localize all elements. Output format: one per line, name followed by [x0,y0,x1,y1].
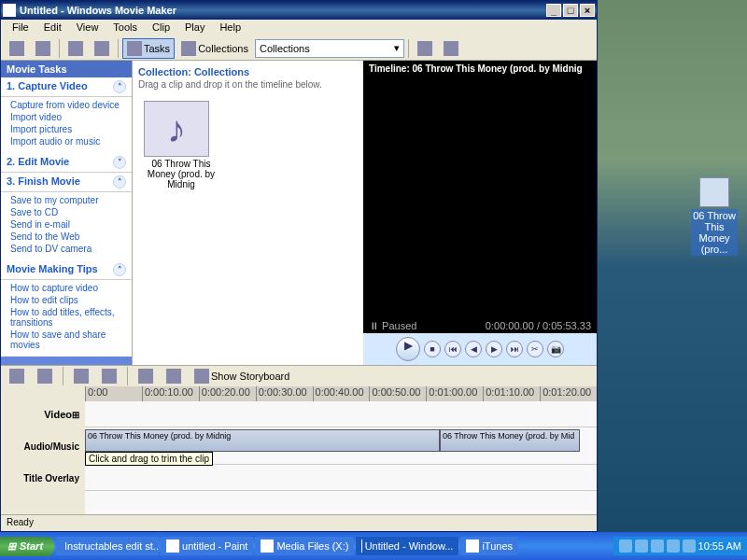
video-track[interactable] [85,401,597,427]
prev-button[interactable]: ⏮ [444,341,461,357]
start-button[interactable]: ⊞Start [0,537,54,556]
separator [59,39,60,58]
timeline-ruler[interactable]: 0:00 0:00:10.00 0:00:20.00 0:00:30.00 0:… [85,386,597,401]
menu-play[interactable]: Play [177,20,212,36]
menu-clip[interactable]: Clip [145,20,177,36]
tray-icon[interactable] [683,539,696,553]
toolbar-redo[interactable] [90,38,114,59]
audio-clip[interactable]: 06 Throw This Money (prod. by Mid [440,429,580,452]
mic-icon [9,369,24,384]
section-capture-video[interactable]: 1. Capture Video˄ [1,77,132,97]
video-track-label: Video ⊞ [1,401,85,427]
preview-pane: Timeline: 06 Throw This Money (prod. by … [363,61,597,365]
toolbar-tasks[interactable]: Tasks [122,38,175,59]
link-send-dv[interactable]: Send to DV camera [10,243,126,255]
toolbar-new[interactable] [5,38,29,59]
menu-tools[interactable]: Tools [106,20,145,36]
collection-pane: Collection: Collections Drag a clip and … [132,61,363,365]
maximize-button[interactable]: □ [563,4,578,17]
mp3-icon [699,177,729,207]
link-how-save[interactable]: How to save and share movies [10,329,126,351]
toolbar-view[interactable] [439,38,463,59]
app-icon [466,539,479,553]
toolbar-up[interactable] [413,38,437,59]
timeline-tracks[interactable]: 0:00 0:00:10.00 0:00:20.00 0:00:30.00 0:… [85,386,597,514]
stop-button[interactable]: ■ [424,341,441,357]
link-how-edit[interactable]: How to edit clips [10,294,126,306]
toolbar-save[interactable] [31,38,55,59]
title-track[interactable] [85,465,597,491]
collections-combo[interactable]: Collections▾ [255,39,404,58]
snapshot-button[interactable]: 📷 [547,341,564,357]
link-send-email[interactable]: Send in e-mail [10,218,126,231]
window-title: Untitled - Windows Movie Maker [20,5,544,16]
menu-edit[interactable]: Edit [36,20,69,36]
taskbar-task[interactable]: Media Files (X:) [255,537,354,555]
link-how-capture[interactable]: How to capture video [10,282,126,294]
zoom-out[interactable] [97,366,121,386]
toolbar-undo[interactable] [63,38,88,59]
menubar: File Edit View Tools Clip Play Help [1,20,597,36]
timeline-narrate[interactable] [5,366,29,386]
audio-clip-item[interactable]: ♪ 06 Throw This Money (prod. by Midnig [144,101,218,189]
menu-view[interactable]: View [69,20,106,36]
separator [118,39,119,58]
toolbar: Tasks Collections Collections▾ [1,36,597,61]
section-edit-movie[interactable]: 2. Edit Movie˅ [1,153,132,173]
split-button[interactable]: ✂ [527,341,543,357]
zoom-in-icon [74,369,89,384]
tray-icon[interactable] [667,539,680,553]
tray-icon[interactable] [619,539,632,553]
play-button[interactable]: ▶ [396,337,420,361]
timeline-area: Show Storyboard Video ⊞ Audio/Music Titl… [1,365,597,514]
task-pane: Movie Tasks 1. Capture Video˄ Capture fr… [1,61,132,365]
link-import-pictures[interactable]: Import pictures [10,123,126,135]
section-tips[interactable]: Movie Making Tips˄ [1,260,132,280]
system-tray[interactable]: 10:55 AM [613,537,747,555]
taskbar-task[interactable]: Untitled - Window... [356,537,458,555]
track-labels: Video ⊞ Audio/Music Title Overlay [1,386,85,514]
next-button[interactable]: ⏭ [506,341,523,357]
link-how-titles[interactable]: How to add titles, effects, transitions [10,306,126,329]
desktop-file-icon[interactable]: 06 Throw This Money (pro... [691,177,738,256]
rewind-button[interactable]: ◀ [465,341,482,357]
taskbar-task[interactable]: Instructables edit st... [56,537,159,555]
taskbar-task[interactable]: untitled - Paint [161,537,253,555]
audio-clip[interactable]: 06 Throw This Money (prod. by Midnig [85,429,440,452]
tray-icon[interactable] [635,539,648,553]
chevron-down-icon: ˅ [113,156,126,169]
show-storyboard-button[interactable]: Show Storyboard [190,366,294,386]
link-capture-device[interactable]: Capture from video device [10,99,126,111]
minimize-button[interactable]: _ [546,4,561,17]
taskbar-task[interactable]: iTunes [460,537,518,555]
chevron-up-icon: ˄ [113,175,126,189]
title-track-label: Title Overlay [1,465,85,491]
menu-help[interactable]: Help [212,20,248,36]
section-finish-movie[interactable]: 3. Finish Movie˄ [1,173,132,192]
link-send-web[interactable]: Send to the Web [10,231,126,243]
link-save-computer[interactable]: Save to my computer [10,194,126,206]
clock[interactable]: 10:55 AM [698,540,741,552]
chevron-up-icon: ˄ [113,80,126,93]
timeline-levels[interactable] [33,366,57,386]
titlebar[interactable]: Untitled - Windows Movie Maker _ □ × [1,1,597,20]
close-button[interactable]: × [580,4,595,17]
link-import-audio[interactable]: Import audio or music [10,135,126,147]
audio-track[interactable]: 06 Throw This Money (prod. by Midnig 06 … [85,427,597,465]
rewind-timeline[interactable] [134,366,158,386]
music-note-icon: ♪ [144,101,209,157]
preview-video[interactable] [363,77,597,318]
link-save-cd[interactable]: Save to CD [10,206,126,218]
toolbar-collections[interactable]: Collections [176,38,253,59]
levels-icon [37,369,52,384]
chevron-down-icon: ▾ [394,42,400,54]
forward-button[interactable]: ▶ [486,341,502,357]
zoom-out-icon [102,369,117,384]
tray-icon[interactable] [651,539,664,553]
link-import-video[interactable]: Import video [10,111,126,123]
statusbar: Ready [1,514,597,531]
play-timeline[interactable] [162,366,186,386]
rewind-icon [138,369,153,384]
menu-file[interactable]: File [5,20,36,36]
zoom-in[interactable] [69,366,93,386]
